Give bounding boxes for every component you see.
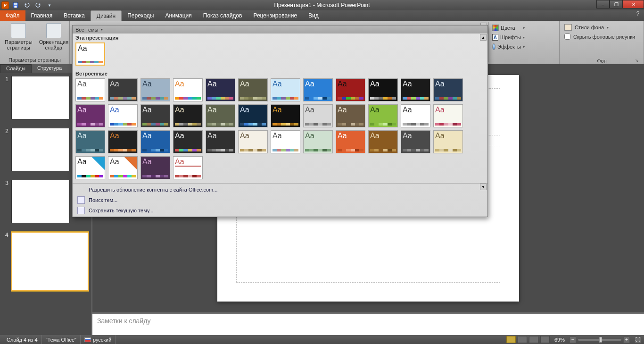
gallery-search-themes-link[interactable]: Поиск тем... [73,195,487,205]
gallery-update-office-link[interactable]: Разрешить обновление контента с сайта Of… [73,185,487,195]
tab-insert[interactable]: Вставка [58,10,91,21]
redo-icon[interactable] [33,1,43,9]
theme-thumbnail[interactable]: Aa [336,78,365,101]
theme-thumbnail[interactable]: Aa [173,78,203,101]
theme-thumbnail[interactable]: Aa [401,130,430,153]
minimize-button[interactable]: – [596,0,610,8]
maximize-button[interactable]: ❐ [610,0,623,8]
gallery-save-theme-link[interactable]: Сохранить текущую тему... [73,205,487,216]
theme-thumbnail[interactable]: Aa [238,78,268,101]
theme-thumbnail[interactable]: Aa [336,104,365,127]
status-theme[interactable]: "Тема Office" [42,335,81,344]
theme-effects-button[interactable]: Эффекты ▾ [491,42,526,51]
theme-thumbnail[interactable]: Aa [140,78,170,101]
theme-thumbnail[interactable]: Aa [368,104,398,127]
theme-thumbnail[interactable]: Aa [108,104,138,127]
background-dialog-launcher-icon[interactable]: ↘ [634,57,640,64]
background-styles-button[interactable]: Стили фона ▾ [563,23,640,32]
ribbon-help-icon[interactable]: ? [634,10,642,19]
fit-to-window-button[interactable]: ⛶ [635,336,641,343]
gallery-scroll-down-icon[interactable]: ▼ [480,184,487,190]
theme-thumbnail[interactable]: Aa [75,104,105,127]
theme-thumbnail[interactable]: Aa [75,78,105,101]
theme-thumbnail[interactable]: Aa [140,104,170,127]
theme-thumbnail[interactable]: Aa [206,104,235,127]
tab-design[interactable]: Дизайн [91,10,122,21]
theme-fonts-button[interactable]: A Шрифты ▾ [491,33,526,42]
slide-orientation-button[interactable]: Ориентация слайда [37,22,70,51]
theme-color-strip [338,149,363,151]
slide-thumbnail-selected[interactable]: 4 [3,232,89,291]
view-normal-button[interactable] [506,336,516,343]
theme-thumbnail[interactable]: Aa [368,78,398,101]
tab-animation[interactable]: Анимация [159,10,197,21]
tab-transitions[interactable]: Переходы [122,10,159,21]
app-icon[interactable]: P [1,1,9,9]
panel-tab-slides[interactable]: Слайды [0,64,32,73]
tab-review[interactable]: Рецензирование [248,10,303,21]
theme-thumbnail[interactable]: Aa [206,130,235,153]
theme-thumbnail[interactable]: Aa [336,130,365,153]
close-button[interactable]: ✕ [623,0,644,8]
chevron-down-icon: ▼ [100,28,104,31]
panel-tab-outline[interactable]: Структура [32,64,67,73]
theme-thumbnail[interactable]: Aa [303,104,333,127]
theme-sample-text: Aa [240,80,266,88]
theme-sample-text: Aa [370,80,396,88]
view-slideshow-button[interactable] [540,336,550,343]
theme-thumbnail[interactable]: Aa [238,104,268,127]
theme-thumbnail[interactable]: Aa [271,78,300,101]
theme-thumbnail[interactable]: Aa [108,156,138,179]
tab-slideshow[interactable]: Показ слайдов [198,10,248,21]
save-icon[interactable] [11,1,20,9]
theme-sample-text: Aa [272,106,298,114]
gallery-footer: Разрешить обновление контента с сайта Of… [73,183,487,217]
zoom-in-button[interactable]: + [623,336,630,343]
status-language[interactable]: русский [81,335,116,344]
hide-bg-graphics-checkbox[interactable]: Скрыть фоновые рисунки [563,32,640,41]
zoom-out-button[interactable]: − [570,336,576,343]
theme-thumbnail[interactable]: Aa [206,78,235,101]
tab-home[interactable]: Главная [25,10,58,21]
theme-thumbnail[interactable]: Aa [238,130,268,153]
theme-thumbnail[interactable]: Aa [173,156,203,179]
theme-thumbnail[interactable]: Aa [433,104,463,127]
theme-thumbnail[interactable]: Aa [75,130,105,153]
page-setup-button[interactable]: Параметры страницы [3,22,34,51]
undo-icon[interactable] [22,1,32,9]
theme-thumbnail[interactable]: Aa [140,156,170,179]
gallery-scroll-up-icon[interactable]: ▲ [480,34,487,41]
theme-thumbnail[interactable]: Aa [401,78,430,101]
theme-thumbnail[interactable]: Aa [433,130,463,153]
theme-thumbnail[interactable]: Aa [108,78,138,101]
zoom-slider[interactable] [578,339,621,341]
tab-file[interactable]: Файл [0,10,25,21]
theme-color-strip [305,97,331,100]
view-sorter-button[interactable] [518,336,527,343]
theme-thumbnail[interactable]: Aa [108,130,138,153]
theme-thumbnail[interactable]: Aa [271,104,300,127]
zoom-percent[interactable]: 69% [552,337,568,343]
theme-thumbnail[interactable]: Aa [401,104,430,127]
gallery-header[interactable]: Все темы ▼ [73,25,487,34]
qat-customize-icon[interactable]: ▼ [45,1,54,9]
theme-thumbnail[interactable]: Aa [368,130,398,153]
effects-icon [492,43,495,50]
theme-thumbnail[interactable]: Aa [75,156,105,179]
theme-thumbnail[interactable]: Aa [271,130,300,153]
view-reading-button[interactable] [529,336,538,343]
hide-bg-graphics-input[interactable] [564,34,570,40]
notes-pane[interactable]: Заметки к слайду [92,314,644,335]
theme-thumbnail[interactable]: Aa [173,104,203,127]
tab-view[interactable]: Вид [303,10,324,21]
zoom-slider-knob[interactable] [599,337,602,343]
theme-thumbnail[interactable]: Aa [433,78,463,101]
status-slide-info[interactable]: Слайд 4 из 4 [3,335,42,344]
theme-thumbnail[interactable]: Aa [173,130,203,153]
theme-thumbnail[interactable]: Aa [140,130,170,153]
theme-thumbnail[interactable]: Aa [75,42,105,66]
theme-thumbnail[interactable]: Aa [303,78,333,101]
theme-color-strip [370,97,396,100]
theme-colors-button[interactable]: Цвета ▾ [491,24,526,32]
theme-thumbnail[interactable]: Aa [303,130,333,153]
